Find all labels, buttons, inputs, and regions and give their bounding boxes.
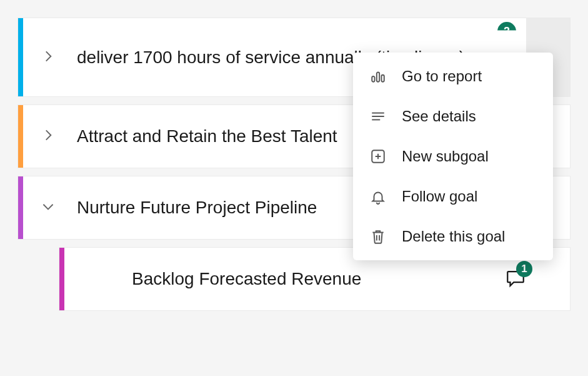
menu-label: See details bbox=[402, 108, 476, 125]
menu-go-to-report[interactable]: Go to report bbox=[353, 56, 553, 96]
menu-see-details[interactable]: See details bbox=[353, 96, 553, 136]
plus-box-icon bbox=[369, 148, 387, 165]
trash-icon bbox=[369, 228, 387, 245]
bar-chart-icon bbox=[369, 68, 387, 85]
svg-rect-2 bbox=[381, 75, 384, 82]
menu-delete-goal[interactable]: Delete this goal bbox=[353, 216, 553, 257]
list-icon bbox=[369, 108, 387, 125]
menu-new-subgoal[interactable]: New subgoal bbox=[353, 136, 553, 176]
svg-rect-1 bbox=[377, 73, 379, 82]
status-color-bar bbox=[18, 18, 23, 96]
goal-title: Backlog Forecasted Revenue bbox=[132, 267, 551, 291]
chevron-right-icon[interactable] bbox=[40, 48, 56, 67]
context-menu: Go to report See details New subgoal bbox=[353, 53, 553, 260]
chevron-right-icon[interactable] bbox=[40, 127, 56, 146]
status-color-bar bbox=[59, 248, 64, 310]
menu-follow-goal[interactable]: Follow goal bbox=[353, 176, 553, 216]
menu-label: Go to report bbox=[402, 68, 482, 85]
bell-icon bbox=[369, 188, 387, 205]
menu-label: Delete this goal bbox=[402, 228, 505, 245]
status-color-bar bbox=[18, 105, 23, 168]
comment-count-badge: 1 bbox=[516, 261, 532, 277]
chevron-down-icon[interactable] bbox=[40, 198, 56, 217]
comment-button[interactable]: 1 bbox=[505, 267, 526, 291]
svg-rect-0 bbox=[372, 76, 374, 82]
menu-label: Follow goal bbox=[402, 188, 477, 205]
status-color-bar bbox=[18, 176, 23, 239]
menu-label: New subgoal bbox=[402, 148, 489, 165]
